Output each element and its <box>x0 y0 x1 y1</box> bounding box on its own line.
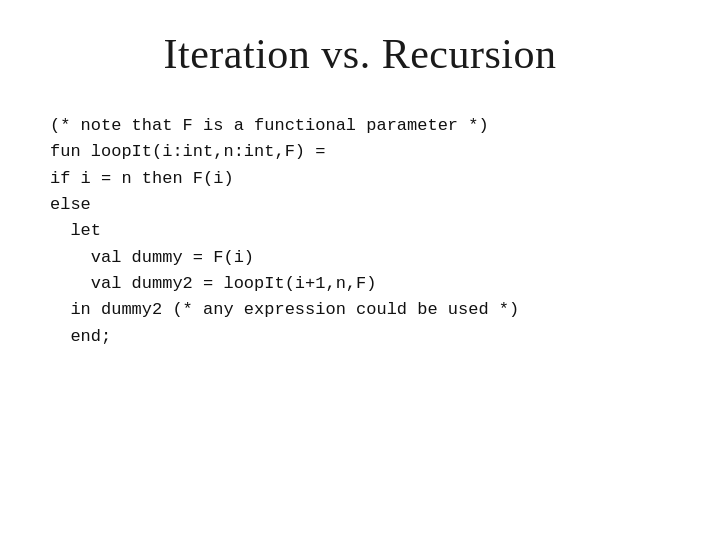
slide-title: Iteration vs. Recursion <box>50 30 670 78</box>
code-line-7: val dummy2 = loopIt(i+1,n,F) <box>50 274 376 293</box>
code-line-9: end; <box>50 327 111 346</box>
code-line-3: if i = n then F(i) <box>50 169 234 188</box>
code-line-5: let <box>50 221 101 240</box>
slide-container: Iteration vs. Recursion (* note that F i… <box>0 0 720 540</box>
code-line-8: in dummy2 (* any expression could be use… <box>50 300 519 319</box>
code-line-6: val dummy = F(i) <box>50 248 254 267</box>
code-line-1: (* note that F is a functional parameter… <box>50 116 489 135</box>
code-line-4: else <box>50 195 91 214</box>
code-block: (* note that F is a functional parameter… <box>50 113 670 350</box>
code-line-2: fun loopIt(i:int,n:int,F) = <box>50 142 325 161</box>
